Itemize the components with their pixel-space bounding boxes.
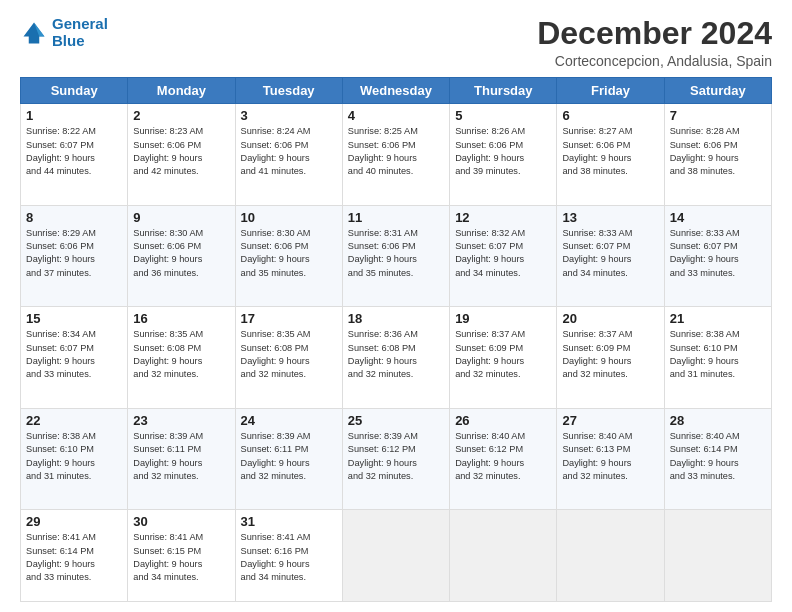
col-thursday: Thursday [450,78,557,104]
day-info: Sunrise: 8:25 AMSunset: 6:06 PMDaylight:… [348,125,444,178]
day-info: Sunrise: 8:40 AMSunset: 6:12 PMDaylight:… [455,430,551,483]
day-number: 30 [133,514,229,529]
table-row: 19Sunrise: 8:37 AMSunset: 6:09 PMDayligh… [450,307,557,409]
logo: General Blue [20,16,108,49]
table-row [664,510,771,602]
table-row: 11Sunrise: 8:31 AMSunset: 6:06 PMDayligh… [342,205,449,307]
table-row: 4Sunrise: 8:25 AMSunset: 6:06 PMDaylight… [342,104,449,206]
table-row [342,510,449,602]
page: General Blue December 2024 Corteconcepci… [0,0,792,612]
day-number: 21 [670,311,766,326]
day-number: 20 [562,311,658,326]
day-number: 17 [241,311,337,326]
table-row: 21Sunrise: 8:38 AMSunset: 6:10 PMDayligh… [664,307,771,409]
day-number: 11 [348,210,444,225]
day-info: Sunrise: 8:35 AMSunset: 6:08 PMDaylight:… [241,328,337,381]
day-number: 25 [348,413,444,428]
day-info: Sunrise: 8:33 AMSunset: 6:07 PMDaylight:… [562,227,658,280]
table-row: 16Sunrise: 8:35 AMSunset: 6:08 PMDayligh… [128,307,235,409]
header: General Blue December 2024 Corteconcepci… [20,16,772,69]
table-row: 5Sunrise: 8:26 AMSunset: 6:06 PMDaylight… [450,104,557,206]
logo-icon [20,19,48,47]
day-info: Sunrise: 8:37 AMSunset: 6:09 PMDaylight:… [562,328,658,381]
day-number: 23 [133,413,229,428]
table-row: 24Sunrise: 8:39 AMSunset: 6:11 PMDayligh… [235,408,342,510]
day-number: 7 [670,108,766,123]
day-info: Sunrise: 8:27 AMSunset: 6:06 PMDaylight:… [562,125,658,178]
table-row: 12Sunrise: 8:32 AMSunset: 6:07 PMDayligh… [450,205,557,307]
table-row: 23Sunrise: 8:39 AMSunset: 6:11 PMDayligh… [128,408,235,510]
table-row: 1Sunrise: 8:22 AMSunset: 6:07 PMDaylight… [21,104,128,206]
col-friday: Friday [557,78,664,104]
day-number: 8 [26,210,122,225]
table-row: 9Sunrise: 8:30 AMSunset: 6:06 PMDaylight… [128,205,235,307]
day-number: 6 [562,108,658,123]
day-info: Sunrise: 8:31 AMSunset: 6:06 PMDaylight:… [348,227,444,280]
day-number: 24 [241,413,337,428]
title-block: December 2024 Corteconcepcion, Andalusia… [537,16,772,69]
day-number: 28 [670,413,766,428]
table-row: 17Sunrise: 8:35 AMSunset: 6:08 PMDayligh… [235,307,342,409]
col-wednesday: Wednesday [342,78,449,104]
table-row: 29Sunrise: 8:41 AMSunset: 6:14 PMDayligh… [21,510,128,602]
table-row: 3Sunrise: 8:24 AMSunset: 6:06 PMDaylight… [235,104,342,206]
table-row: 7Sunrise: 8:28 AMSunset: 6:06 PMDaylight… [664,104,771,206]
day-number: 26 [455,413,551,428]
day-info: Sunrise: 8:28 AMSunset: 6:06 PMDaylight:… [670,125,766,178]
day-info: Sunrise: 8:23 AMSunset: 6:06 PMDaylight:… [133,125,229,178]
col-tuesday: Tuesday [235,78,342,104]
day-info: Sunrise: 8:38 AMSunset: 6:10 PMDaylight:… [670,328,766,381]
table-row: 22Sunrise: 8:38 AMSunset: 6:10 PMDayligh… [21,408,128,510]
col-sunday: Sunday [21,78,128,104]
day-info: Sunrise: 8:39 AMSunset: 6:12 PMDaylight:… [348,430,444,483]
table-row: 13Sunrise: 8:33 AMSunset: 6:07 PMDayligh… [557,205,664,307]
day-number: 27 [562,413,658,428]
day-info: Sunrise: 8:33 AMSunset: 6:07 PMDaylight:… [670,227,766,280]
table-row: 26Sunrise: 8:40 AMSunset: 6:12 PMDayligh… [450,408,557,510]
table-row: 6Sunrise: 8:27 AMSunset: 6:06 PMDaylight… [557,104,664,206]
table-row: 30Sunrise: 8:41 AMSunset: 6:15 PMDayligh… [128,510,235,602]
day-number: 19 [455,311,551,326]
table-row: 25Sunrise: 8:39 AMSunset: 6:12 PMDayligh… [342,408,449,510]
day-info: Sunrise: 8:37 AMSunset: 6:09 PMDaylight:… [455,328,551,381]
day-number: 15 [26,311,122,326]
day-info: Sunrise: 8:24 AMSunset: 6:06 PMDaylight:… [241,125,337,178]
day-number: 31 [241,514,337,529]
day-number: 9 [133,210,229,225]
table-row: 15Sunrise: 8:34 AMSunset: 6:07 PMDayligh… [21,307,128,409]
day-number: 29 [26,514,122,529]
table-row [450,510,557,602]
day-info: Sunrise: 8:40 AMSunset: 6:13 PMDaylight:… [562,430,658,483]
day-info: Sunrise: 8:41 AMSunset: 6:15 PMDaylight:… [133,531,229,584]
col-monday: Monday [128,78,235,104]
logo-text: General Blue [52,16,108,49]
day-info: Sunrise: 8:34 AMSunset: 6:07 PMDaylight:… [26,328,122,381]
col-saturday: Saturday [664,78,771,104]
day-info: Sunrise: 8:32 AMSunset: 6:07 PMDaylight:… [455,227,551,280]
calendar-table: Sunday Monday Tuesday Wednesday Thursday… [20,77,772,602]
day-info: Sunrise: 8:22 AMSunset: 6:07 PMDaylight:… [26,125,122,178]
table-row: 27Sunrise: 8:40 AMSunset: 6:13 PMDayligh… [557,408,664,510]
table-row: 31Sunrise: 8:41 AMSunset: 6:16 PMDayligh… [235,510,342,602]
day-number: 2 [133,108,229,123]
header-row: Sunday Monday Tuesday Wednesday Thursday… [21,78,772,104]
table-row: 10Sunrise: 8:30 AMSunset: 6:06 PMDayligh… [235,205,342,307]
day-info: Sunrise: 8:38 AMSunset: 6:10 PMDaylight:… [26,430,122,483]
day-info: Sunrise: 8:39 AMSunset: 6:11 PMDaylight:… [241,430,337,483]
logo-line1: General [52,15,108,32]
location-subtitle: Corteconcepcion, Andalusia, Spain [537,53,772,69]
day-info: Sunrise: 8:41 AMSunset: 6:14 PMDaylight:… [26,531,122,584]
day-info: Sunrise: 8:26 AMSunset: 6:06 PMDaylight:… [455,125,551,178]
day-number: 16 [133,311,229,326]
day-info: Sunrise: 8:29 AMSunset: 6:06 PMDaylight:… [26,227,122,280]
day-number: 10 [241,210,337,225]
day-number: 18 [348,311,444,326]
day-number: 4 [348,108,444,123]
table-row: 14Sunrise: 8:33 AMSunset: 6:07 PMDayligh… [664,205,771,307]
day-info: Sunrise: 8:36 AMSunset: 6:08 PMDaylight:… [348,328,444,381]
day-info: Sunrise: 8:30 AMSunset: 6:06 PMDaylight:… [133,227,229,280]
day-info: Sunrise: 8:39 AMSunset: 6:11 PMDaylight:… [133,430,229,483]
day-number: 22 [26,413,122,428]
day-info: Sunrise: 8:41 AMSunset: 6:16 PMDaylight:… [241,531,337,584]
day-info: Sunrise: 8:40 AMSunset: 6:14 PMDaylight:… [670,430,766,483]
